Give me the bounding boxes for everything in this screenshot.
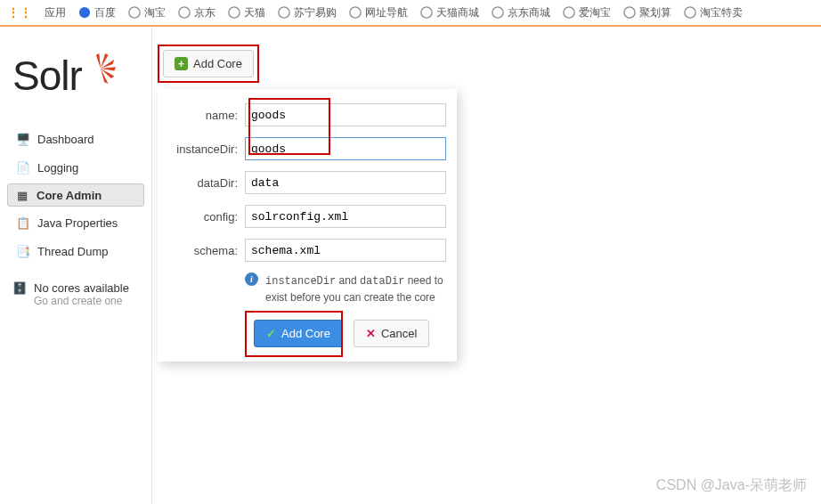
add-core-button[interactable]: + Add Core: [163, 50, 254, 77]
input-config[interactable]: [245, 205, 446, 228]
bookmark-aitaobao[interactable]: 爱淘宝: [563, 5, 611, 20]
browser-bookmarks-bar: ⋮⋮ 应用 百度 淘宝 京东 天猫 苏宁易购 网址导航 天猫商城 京东商城 爱淘…: [0, 0, 821, 27]
svg-point-0: [79, 7, 90, 18]
bookmark-tbtm[interactable]: 淘宝特卖: [684, 5, 743, 20]
nav-label: Dashboard: [37, 133, 94, 146]
info-code-a: instanceDir: [265, 275, 336, 288]
nav-label: Logging: [37, 161, 78, 175]
nav-java-properties[interactable]: 📋 Java Properties: [7, 210, 144, 235]
no-cores-block[interactable]: 🗄️ No cores available Go and create one: [7, 281, 144, 307]
no-cores-title: No cores available: [34, 281, 129, 295]
input-schema[interactable]: [245, 239, 446, 262]
bookmark-tmall-mall[interactable]: 天猫商城: [420, 5, 479, 20]
solr-logo: Solr: [12, 52, 144, 100]
bookmark-jd[interactable]: 京东: [178, 5, 215, 20]
svg-point-1: [129, 7, 140, 18]
label-datadir: dataDir:: [168, 176, 245, 190]
input-instancedir[interactable]: [245, 137, 446, 160]
bookmark-baidu[interactable]: 百度: [78, 5, 116, 20]
submit-add-core-button[interactable]: ✓ Add Core: [254, 320, 343, 347]
bookmark-apps[interactable]: 应用: [45, 5, 66, 20]
input-datadir[interactable]: [245, 171, 446, 194]
logo-text: Solr: [12, 52, 82, 100]
dashboard-icon: 🖥️: [16, 132, 30, 146]
nav-label: Core Admin: [37, 189, 102, 202]
sun-icon: [85, 53, 116, 84]
x-icon: ✕: [366, 327, 376, 340]
svg-point-5: [350, 7, 361, 18]
java-icon: 📋: [16, 215, 30, 230]
label-instancedir: instanceDir:: [168, 142, 245, 156]
svg-point-10: [685, 7, 695, 18]
logging-icon: 📄: [16, 160, 30, 175]
core-admin-icon: ▦: [15, 188, 29, 202]
svg-point-2: [179, 7, 190, 18]
nav-thread-dump[interactable]: 📑 Thread Dump: [7, 239, 144, 264]
sidebar: Solr 🖥️ Dashboard 📄 Logging ▦ Core Admin…: [0, 27, 151, 504]
main-content: + Add Core name: instanceDir: dataDir: c…: [151, 27, 821, 504]
nav-label: Thread Dump: [37, 245, 108, 258]
bookmark-juhuasuan[interactable]: 聚划算: [623, 5, 671, 20]
add-core-dialog: name: instanceDir: dataDir: config: sche…: [158, 89, 457, 362]
button-label: Cancel: [381, 327, 417, 340]
check-icon: ✓: [266, 327, 276, 340]
label-schema: schema:: [168, 244, 245, 257]
plus-icon: +: [175, 57, 188, 70]
svg-point-8: [564, 7, 574, 18]
info-icon: i: [245, 272, 258, 286]
svg-point-7: [492, 7, 503, 18]
menu-dots-icon[interactable]: ⋮⋮: [7, 5, 32, 20]
button-label: Add Core: [193, 57, 242, 70]
thread-icon: 📑: [16, 244, 30, 258]
bookmark-tmall[interactable]: 天猫: [228, 5, 265, 20]
bookmark-taobao[interactable]: 淘宝: [128, 5, 166, 20]
label-config: config:: [168, 210, 245, 224]
svg-point-9: [624, 7, 635, 18]
info-code-b: dataDir: [360, 275, 404, 288]
nav-logging[interactable]: 📄 Logging: [7, 155, 144, 180]
label-name: name:: [168, 109, 245, 122]
cancel-button[interactable]: ✕ Cancel: [354, 320, 429, 347]
database-icon: 🗄️: [12, 281, 27, 295]
nav-label: Java Properties: [37, 216, 118, 230]
bookmark-nav[interactable]: 网址导航: [349, 5, 408, 20]
svg-point-4: [279, 7, 289, 18]
no-cores-sub: Go and create one: [34, 295, 129, 307]
svg-point-3: [229, 7, 240, 18]
bookmark-suning[interactable]: 苏宁易购: [278, 5, 337, 20]
button-label: Add Core: [281, 327, 330, 340]
highlight-add-core: + Add Core: [158, 45, 259, 83]
svg-point-6: [421, 7, 432, 18]
bookmark-jd-mall[interactable]: 京东商城: [492, 5, 550, 20]
nav-core-admin[interactable]: ▦ Core Admin: [7, 183, 144, 207]
input-name[interactable]: [245, 103, 446, 126]
info-message: i instanceDir and dataDir need to exist …: [245, 272, 446, 305]
nav-dashboard[interactable]: 🖥️ Dashboard: [7, 126, 144, 151]
